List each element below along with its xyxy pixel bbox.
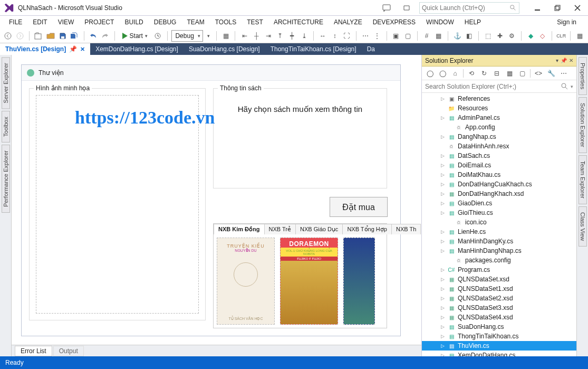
tree-node[interactable]: 📁Resources (422, 103, 576, 113)
expander-icon[interactable]: ▷ (440, 153, 445, 158)
tree-node[interactable]: ▷▤GiaoDien.cs (422, 198, 576, 208)
tree-node[interactable]: ▷▦QLNSDataSet2.xsd (422, 294, 576, 303)
server-explorer-tab[interactable]: Server Explorer (2, 57, 10, 109)
tree-node[interactable]: ⛭icon.ico (422, 217, 576, 227)
buy-button[interactable]: Đặt mua (330, 197, 388, 217)
expander-icon[interactable]: ▷ (440, 343, 445, 348)
expander-icon[interactable]: ▷ (440, 134, 445, 139)
hspacing-icon[interactable]: ⋯ (361, 31, 371, 41)
se-back-icon[interactable]: ◯ (425, 69, 435, 78)
align-left-icon[interactable]: ⇤ (239, 31, 249, 41)
groupbox-info[interactable]: Thông tin sách Hãy chọn sách muốn xem th… (213, 88, 387, 188)
menu-build[interactable]: BUILD (120, 17, 148, 27)
anchor-icon[interactable]: ⚓ (452, 31, 462, 41)
expander-icon[interactable]: ▷ (440, 201, 445, 206)
pin-icon[interactable]: 📌 (69, 45, 77, 53)
se-refresh-icon[interactable]: ↻ (479, 69, 489, 78)
se-sync-icon[interactable]: ⟲ (467, 69, 476, 78)
expander-icon[interactable]: ▷ (440, 229, 445, 234)
expander-icon[interactable]: ▷ (440, 315, 445, 320)
expander-icon[interactable]: ▷ (440, 353, 445, 356)
menu-test[interactable]: TEST (242, 17, 268, 27)
expander-icon[interactable]: ▷ (440, 324, 445, 329)
tree-node[interactable]: ⛭packages.config (422, 256, 576, 265)
tree-node[interactable]: ▷▤LienHe.cs (422, 227, 576, 236)
doc-tab-overflow[interactable]: Da (362, 43, 380, 55)
align-middle-icon[interactable]: ┿ (287, 31, 297, 41)
solution-explorer-tree[interactable]: ▷▣References📁Resources▷▤AdminPanel.cs⛭Ap… (422, 93, 576, 356)
tree-node[interactable]: ▷▤DonDatHangCuaKhach.cs (422, 179, 576, 189)
align-bottom-icon[interactable]: ⤓ (299, 31, 309, 41)
config-dropdown-icon[interactable] (153, 31, 163, 41)
menu-help[interactable]: HELP (460, 17, 486, 27)
expander-icon[interactable]: ▷ (440, 305, 445, 310)
ext-icon[interactable]: ▦ (575, 31, 585, 41)
menu-project[interactable]: PROJECT (80, 17, 119, 27)
form-designer-window[interactable]: Thư viện Hình ảnh minh họa Thông tin sác… (21, 64, 401, 336)
align-center-h-icon[interactable]: ┼ (252, 31, 262, 41)
menu-window[interactable]: WINDOW (421, 17, 459, 27)
tree-node[interactable]: ▷▤DoiEmail.cs (422, 160, 576, 170)
align-right-icon[interactable]: ⇥ (263, 31, 273, 41)
menu-analyze[interactable]: ANALYZE (329, 17, 367, 27)
properties-tab[interactable]: Properties (579, 57, 587, 95)
expander-icon[interactable]: ▷ (440, 210, 445, 215)
tree-node[interactable]: ▷▤DoiMatKhau.cs (422, 170, 576, 179)
nxb-tab-tonghop[interactable]: NXB Tổng Hợp (342, 224, 392, 234)
expander-icon[interactable]: ▷ (440, 334, 445, 339)
se-collapse-icon[interactable]: ⊟ (492, 69, 502, 78)
book-cover-2[interactable]: DORAEMON VOL.1 CHÚ KHỦNG LONG CỦA NOBITA… (280, 238, 338, 325)
open-icon[interactable] (46, 31, 56, 41)
menu-view[interactable]: VIEW (53, 17, 79, 27)
team-explorer-tab[interactable]: Team Explorer (579, 155, 587, 204)
menu-file[interactable]: FILE (4, 17, 27, 27)
expander-icon[interactable]: ▷ (440, 96, 445, 101)
same-size-icon[interactable]: ⛶ (342, 31, 352, 41)
menu-architecture[interactable]: ARCHITECTURE (269, 17, 328, 27)
book-cover-1[interactable]: TRUYỆN KIỀU NGUYỄN DU TỦ SÁCH VĂN HỌC (217, 238, 275, 325)
tree-node[interactable]: ▷▦QLNSDataSet1.xsd (422, 284, 576, 294)
grid-icon[interactable]: ▦ (433, 31, 444, 41)
book-cover-3[interactable] (343, 238, 375, 325)
nxb-tab-giaoduc[interactable]: NXB Giáo Dục (295, 224, 343, 234)
class-view-tab[interactable]: Class View (579, 206, 587, 247)
se-close-icon[interactable]: ✕ (569, 58, 573, 63)
doc-tab-thongtintaikhoan[interactable]: ThongTinTaiKhoan.cs [Design] (265, 43, 362, 55)
tab-order-icon[interactable]: # (422, 31, 432, 41)
doc-tab-xemdondathang[interactable]: XemDonDatHang.cs [Design] (90, 43, 184, 55)
expander-icon[interactable]: ▷ (440, 163, 445, 168)
se-code-icon[interactable]: <> (534, 69, 543, 78)
expander-icon[interactable]: ▷ (440, 182, 445, 187)
align-top-icon[interactable]: ⤒ (275, 31, 285, 41)
dx-icon-1[interactable]: ◆ (526, 31, 536, 41)
performance-explorer-tab[interactable]: Performance Explorer (2, 145, 10, 213)
se-fwd-icon[interactable]: ◯ (438, 69, 447, 78)
solution-explorer-tab[interactable]: Solution Explorer (579, 97, 587, 153)
se-autohide-icon[interactable]: 📌 (561, 58, 567, 63)
expander-icon[interactable]: ▷ (440, 115, 445, 120)
picturebox-placeholder[interactable] (36, 95, 199, 314)
send-back-icon[interactable]: ▢ (403, 31, 413, 41)
dx-icon-2[interactable]: ◇ (537, 31, 547, 41)
output-tab[interactable]: Output (53, 346, 84, 356)
vspacing-icon[interactable]: ⋮ (372, 31, 382, 41)
expander-icon[interactable]: ▷ (440, 239, 445, 244)
redo-icon[interactable] (100, 31, 110, 41)
new-project-icon[interactable] (34, 31, 44, 41)
close-button[interactable] (570, 2, 585, 14)
menu-team[interactable]: TEAM (182, 17, 209, 27)
expander-icon[interactable]: ▷ (440, 286, 445, 291)
menu-devexpress[interactable]: DEVEXPRESS (368, 17, 420, 27)
misc-icon-1[interactable]: ⬚ (483, 31, 493, 41)
tree-node[interactable]: ⛭DataHinhAnh.resx (422, 141, 576, 151)
nxb-tabcontrol[interactable]: NXB Kim Đồng NXB Trẻ NXB Giáo Dục NXB Tổ… (213, 223, 387, 328)
clr-icon[interactable]: CLR (556, 31, 566, 41)
tree-node[interactable]: ▷▤XemDonDatHang.cs (422, 351, 576, 356)
undo-icon[interactable] (88, 31, 98, 41)
tree-node[interactable]: ▷▤ThongTinTaiKhoan.cs (422, 332, 576, 341)
groupbox-image[interactable]: Hình ảnh minh họa (29, 88, 206, 320)
bring-front-icon[interactable]: ▣ (391, 31, 401, 41)
tree-node[interactable]: ▷▦QLNSDataSet.xsd (422, 275, 576, 284)
se-showall-icon[interactable]: ▦ (505, 69, 514, 78)
same-height-icon[interactable]: ↕ (330, 31, 340, 41)
